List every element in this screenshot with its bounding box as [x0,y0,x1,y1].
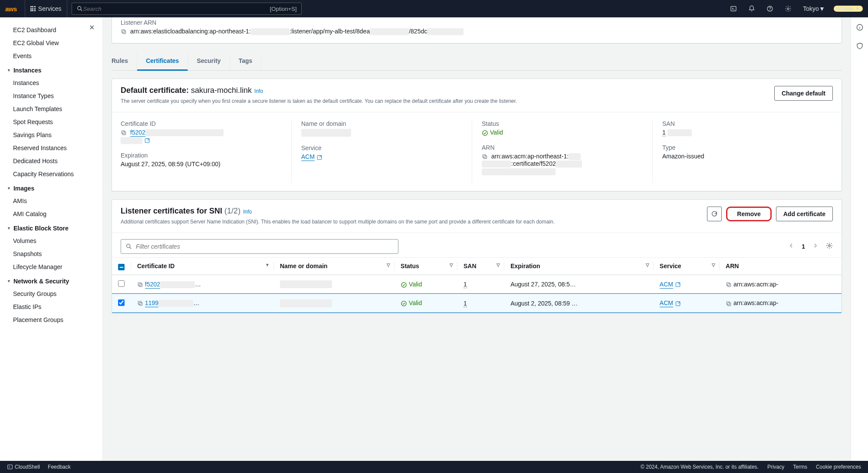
help-icon[interactable] [764,5,776,12]
status-value: Valid [482,129,643,136]
sidebar-item-placement-groups[interactable]: Placement Groups [0,313,102,326]
expiration-label: Expiration [121,152,282,159]
feedback-link[interactable]: Feedback [48,464,71,470]
table-row[interactable]: 1199… Valid 1 August 2, 2025, 08:59 … AC… [112,294,842,312]
search-input[interactable] [83,6,270,12]
cloudshell-icon[interactable] [727,5,740,12]
copy-icon[interactable] [137,300,143,306]
svg-point-19 [127,244,130,247]
terms-link[interactable]: Terms [793,464,807,470]
svg-rect-18 [483,155,486,158]
sidebar-section-ebs[interactable]: Elastic Block Store [0,220,102,234]
svg-point-7 [787,8,789,10]
cert-id-link[interactable]: 1199 [145,299,158,307]
arn-label: ARN [482,144,643,151]
row-checkbox[interactable] [118,280,125,287]
sidebar-section-instances[interactable]: Instances [0,62,102,76]
tab-rules[interactable]: Rules [112,52,137,70]
col-arn[interactable]: ARN [720,257,842,275]
external-link-icon[interactable] [144,138,150,144]
copy-icon[interactable] [121,130,127,136]
col-name[interactable]: Name or domain▽ [274,257,395,275]
right-rail [851,17,868,461]
cloudshell-button[interactable]: CloudShell [7,464,40,470]
copy-icon[interactable] [137,282,143,288]
services-menu[interactable]: Services [25,0,67,17]
col-san[interactable]: SAN▽ [457,257,504,275]
sidebar-item-spot-requests[interactable]: Spot Requests [0,115,102,128]
settings-icon[interactable] [782,5,794,12]
filter-input[interactable] [136,243,394,250]
refresh-button[interactable] [707,207,722,221]
sidebar-section-images[interactable]: Images [0,181,102,194]
sidebar-item-elastic-ips[interactable]: Elastic IPs [0,300,102,313]
external-link-icon[interactable] [316,154,322,161]
col-service[interactable]: Service▽ [654,257,720,275]
external-link-icon[interactable] [675,301,681,307]
copy-icon[interactable] [482,154,488,160]
aws-logo[interactable]: aws [5,5,17,13]
status-label: Status [482,120,643,127]
sidebar-item-reserved-instances[interactable]: Reserved Instances [0,141,102,154]
info-link[interactable]: Info [243,209,252,215]
remove-button[interactable]: Remove [726,207,771,221]
sidebar-item-instances[interactable]: Instances [0,76,102,89]
cert-id-link[interactable]: f5202 [130,129,145,137]
cert-id-link[interactable]: f5202 [145,281,160,289]
info-icon[interactable] [856,23,864,33]
copy-icon[interactable] [726,282,732,288]
select-all-checkbox[interactable] [118,264,125,270]
tab-security[interactable]: Security [188,52,230,70]
notifications-icon[interactable] [746,5,758,12]
row-checkbox[interactable] [118,299,125,306]
next-page-icon[interactable] [812,242,819,250]
sidebar-item-ami-catalog[interactable]: AMI Catalog [0,207,102,220]
sidebar-item-instance-types[interactable]: Instance Types [0,89,102,102]
default-cert-title: Default certificate: sakura-mochi.linkIn… [121,86,517,95]
sidebar-item-ec2-global-view[interactable]: EC2 Global View [0,36,102,49]
col-expiration[interactable]: Expiration▽ [504,257,654,275]
sidebar-item-launch-templates[interactable]: Launch Templates [0,102,102,115]
add-certificate-button[interactable]: Add certificate [776,207,833,221]
sidebar-item-dedicated-hosts[interactable]: Dedicated Hosts [0,154,102,168]
col-cert-id[interactable]: Certificate ID▼ [131,257,274,275]
table-row[interactable]: f5202… Valid 1 August 27, 2025, 08:5… AC… [112,275,842,294]
sidebar-item-events[interactable]: Events [0,49,102,62]
expiration-value: August 27, 2025, 08:59 (UTC+09:00) [121,161,282,168]
svg-point-21 [829,245,830,246]
shield-icon[interactable] [856,42,864,51]
copy-icon[interactable] [121,29,127,35]
close-icon[interactable]: ✕ [89,23,95,32]
sidebar-item-lifecycle-manager[interactable]: Lifecycle Manager [0,260,102,273]
privacy-link[interactable]: Privacy [767,464,784,470]
private-badge[interactable]: private ▼ [834,6,863,12]
tab-certificates[interactable]: Certificates [137,52,188,71]
prev-page-icon[interactable] [788,242,795,250]
listener-arn-label: Listener ARN [121,19,833,26]
filter-box[interactable] [121,239,398,254]
copy-icon[interactable] [726,301,732,307]
sidebar-item-savings-plans[interactable]: Savings Plans [0,128,102,141]
region-selector[interactable]: Tokyo ▼ [800,5,827,12]
cookie-link[interactable]: Cookie preferences [816,464,861,470]
sidebar-item-snapshots[interactable]: Snapshots [0,247,102,260]
external-link-icon[interactable] [675,282,681,288]
sidebar-item-volumes[interactable]: Volumes [0,234,102,247]
sidebar-section-network-security[interactable]: Network & Security [0,273,102,287]
search-box[interactable]: [Option+S] [72,3,302,15]
tab-tags[interactable]: Tags [230,52,262,70]
sidebar-item-ec2-dashboard[interactable]: EC2 Dashboard [0,23,102,36]
sidebar-item-capacity-reservations[interactable]: Capacity Reservations [0,168,102,181]
sidebar-item-amis[interactable]: AMIs [0,194,102,207]
col-status[interactable]: Status▽ [395,257,457,275]
service-link[interactable]: ACM [660,299,673,307]
sni-table: Certificate ID▼ Name or domain▽ Status▽ … [112,257,842,313]
service-link[interactable]: ACM [660,281,673,289]
change-default-button[interactable]: Change default [774,86,833,101]
table-settings-icon[interactable] [826,242,833,250]
sidebar-item-security-groups[interactable]: Security Groups [0,287,102,300]
info-link[interactable]: Info [254,88,263,94]
svg-point-24 [401,282,406,287]
default-cert-sub: The server certificate you specify when … [121,98,517,105]
sni-title: Listener certificates for SNI (1/2)Info [121,207,555,216]
